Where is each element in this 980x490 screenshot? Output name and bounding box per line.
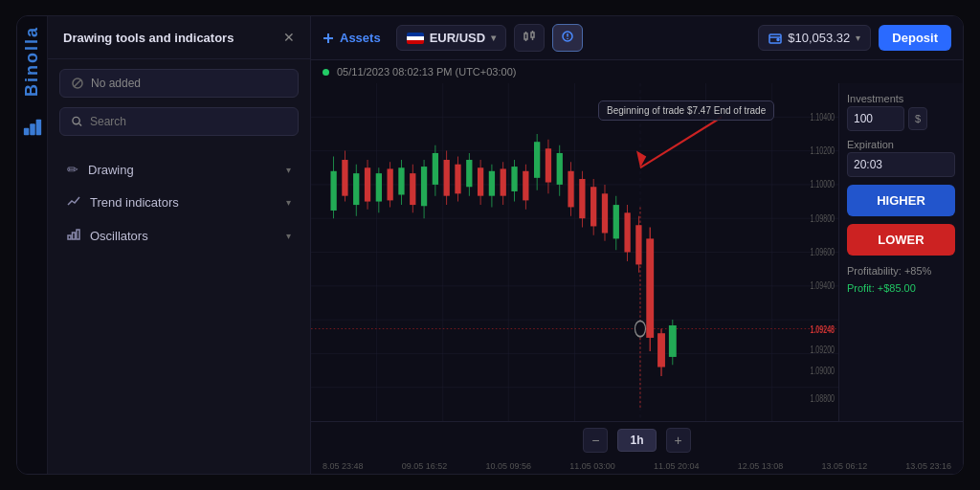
svg-rect-2	[35, 120, 40, 136]
svg-rect-87	[534, 142, 540, 178]
search-box[interactable]	[59, 107, 299, 136]
svg-rect-67	[421, 167, 427, 206]
svg-text:1.10400: 1.10400	[810, 111, 835, 122]
svg-rect-63	[398, 167, 404, 194]
no-added-button[interactable]: No added	[59, 69, 299, 98]
top-bar: Assets EUR/USD ▾	[311, 16, 963, 60]
svg-rect-57	[365, 167, 370, 201]
x-label-1: 09.05 16:52	[402, 461, 448, 471]
search-icon	[72, 116, 82, 127]
svg-text:1.09200: 1.09200	[810, 345, 835, 356]
indicators-button[interactable]	[552, 24, 583, 52]
chart-info-bar: 05/11/2023 08:02:13 PM (UTC+03:00)	[311, 60, 963, 83]
live-indicator	[323, 69, 329, 76]
svg-text:1.09600: 1.09600	[810, 247, 835, 258]
svg-line-113	[640, 117, 722, 167]
deposit-button[interactable]: Deposit	[879, 25, 951, 51]
expiration-label: Expiration	[847, 139, 955, 150]
svg-rect-51	[330, 171, 336, 211]
section-oscillators[interactable]: Oscillators ▾	[59, 219, 299, 253]
indicator-icon	[561, 30, 574, 43]
svg-rect-53	[342, 160, 347, 196]
x-label-4: 11.05 20:04	[654, 461, 700, 471]
search-input[interactable]	[90, 115, 286, 128]
chart-area: 05/11/2023 08:02:13 PM (UTC+03:00)	[311, 60, 963, 474]
svg-rect-8	[73, 233, 76, 239]
svg-rect-91	[557, 153, 563, 185]
brand-name: Binolla	[22, 26, 42, 97]
svg-text:1.10000: 1.10000	[810, 179, 835, 190]
pencil-icon: ✏	[67, 162, 78, 177]
close-icon[interactable]: ✕	[283, 30, 295, 45]
svg-rect-99	[602, 193, 608, 233]
chart-bottom-bar: − 1h +	[311, 421, 963, 458]
eur-usd-flag	[407, 33, 424, 44]
profitability-info: Profitability: +85% Profit: +$85.00	[847, 263, 955, 297]
chevron-down-icon-trend: ▾	[286, 197, 291, 208]
zoom-in-button[interactable]: +	[666, 428, 691, 453]
x-label-0: 8.05 23:48	[323, 461, 364, 471]
chevron-down-icon-osc: ▾	[286, 231, 291, 241]
svg-rect-71	[444, 160, 450, 196]
section-drawing-label: Drawing	[88, 163, 134, 177]
svg-rect-83	[511, 167, 517, 191]
balance-display[interactable]: $10,053.32 ▾	[758, 25, 871, 51]
asset-name: EUR/USD	[430, 31, 486, 45]
svg-rect-105	[635, 225, 641, 264]
chart-canvas[interactable]: 1.10400 1.10200 1.10000 1.09800 1.09600 …	[311, 83, 838, 421]
svg-rect-81	[501, 168, 506, 195]
assets-label: Assets	[340, 31, 381, 45]
svg-line-4	[74, 79, 81, 87]
x-label-2: 10.05 09:56	[486, 461, 532, 471]
currency-badge: $	[908, 107, 927, 130]
svg-rect-55	[353, 173, 359, 205]
candlestick-icon	[523, 30, 536, 43]
svg-text:1.09248: 1.09248	[810, 324, 835, 336]
tools-sections: ✏ Drawing ▾ Trend indicators ▾	[48, 145, 310, 260]
svg-rect-75	[466, 160, 472, 187]
svg-text:1.09000: 1.09000	[810, 365, 835, 376]
section-oscillators-label: Oscillators	[90, 229, 148, 243]
svg-rect-103	[624, 212, 630, 252]
chart-type-button[interactable]	[514, 24, 545, 52]
svg-rect-65	[410, 173, 415, 205]
expiry-input[interactable]	[847, 152, 955, 177]
svg-rect-110	[657, 333, 665, 367]
zoom-out-button[interactable]: −	[583, 428, 608, 453]
section-drawing[interactable]: ✏ Drawing ▾	[59, 153, 299, 186]
svg-text:1.09400: 1.09400	[810, 280, 835, 292]
investment-row: $	[847, 106, 955, 131]
svg-point-5	[73, 117, 79, 123]
svg-rect-69	[433, 153, 438, 185]
higher-button[interactable]: HIGHER	[847, 185, 955, 216]
profit-value: Profit: +$85.00	[847, 280, 955, 298]
investments-section: Investments $	[847, 93, 955, 131]
svg-rect-0	[23, 128, 29, 135]
tools-panel: Drawing tools and indicators ✕ No added …	[48, 16, 311, 474]
svg-rect-73	[455, 165, 460, 194]
svg-rect-95	[579, 179, 585, 218]
wallet-icon	[768, 32, 782, 45]
asset-selector[interactable]: EUR/USD ▾	[396, 25, 507, 51]
svg-rect-61	[388, 168, 393, 200]
x-axis: 8.05 23:48 09.05 16:52 10.05 09:56 11.05…	[311, 458, 963, 474]
chevron-down-icon-balance: ▾	[856, 33, 860, 43]
lower-button[interactable]: LOWER	[847, 224, 955, 256]
svg-rect-93	[568, 171, 573, 208]
top-bar-left: Assets EUR/USD ▾	[323, 24, 583, 52]
svg-rect-59	[376, 173, 382, 201]
svg-rect-15	[531, 33, 534, 37]
svg-rect-77	[478, 167, 483, 195]
svg-rect-7	[68, 235, 71, 239]
x-label-7: 13.05 23:16	[905, 461, 951, 471]
trend-icon	[67, 194, 80, 211]
section-trend[interactable]: Trend indicators ▾	[59, 186, 299, 219]
plus-icon	[323, 33, 334, 44]
x-label-3: 11.05 03:00	[569, 461, 615, 471]
price-chart-svg: 1.10400 1.10200 1.10000 1.09800 1.09600 …	[311, 83, 838, 421]
tools-title: Drawing tools and indicators	[63, 31, 234, 45]
svg-rect-101	[613, 205, 619, 238]
timeframe-button[interactable]: 1h	[617, 429, 656, 452]
investment-input[interactable]	[847, 106, 904, 131]
top-bar-right: $10,053.32 ▾ Deposit	[758, 25, 951, 51]
